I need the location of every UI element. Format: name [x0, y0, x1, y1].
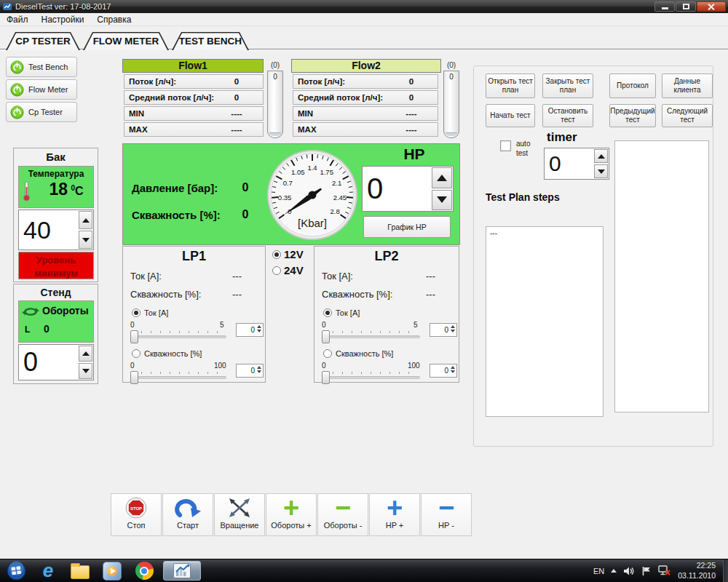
lp2-duty-slider[interactable] — [322, 376, 420, 379]
toolbar-button-label: Вращение — [221, 521, 259, 530]
tab-test-bench[interactable]: TEST BENCH — [172, 32, 249, 50]
clock[interactable]: 22:25 03.11.2010 — [678, 561, 716, 580]
lp1-current-radio[interactable]: Ток [A] — [132, 308, 168, 317]
windows-explorer-icon[interactable] — [64, 559, 96, 582]
hp-title: HP — [385, 146, 443, 163]
close-test-plan-button[interactable]: Закрыть тест план — [542, 73, 593, 98]
rotation-button[interactable]: Вращение — [214, 493, 265, 536]
slider-thumb[interactable] — [130, 330, 138, 343]
spin-up-button[interactable] — [79, 346, 92, 362]
lp1-current-slider[interactable] — [130, 335, 226, 338]
rpm-minus-button[interactable]: − Обороты - — [317, 493, 368, 536]
menu-bar: Файл Настройки Справка — [0, 13, 728, 26]
show-desktop-button[interactable] — [723, 559, 728, 582]
window-title: DieselTest ver: 17-08-2017 — [15, 2, 654, 11]
spin-up-button[interactable] — [79, 211, 92, 229]
rpm-plus-button[interactable]: + Обороты + — [266, 493, 317, 536]
gauge-tick-label: 1.05 — [291, 167, 305, 175]
tab-flow-meter[interactable]: FLOW METER — [83, 32, 169, 50]
auto-test-checkbox[interactable] — [500, 140, 511, 151]
slider-thumb[interactable] — [130, 371, 138, 384]
action-center-flag-icon[interactable] — [641, 566, 652, 576]
spin-down-button[interactable] — [594, 164, 608, 178]
row-value: ---- — [391, 109, 432, 118]
minimize-button[interactable] — [654, 1, 675, 12]
gauge-tick-label: 2.8 — [330, 207, 339, 215]
spin-up-button[interactable] — [594, 149, 608, 163]
spin-up-button[interactable] — [432, 167, 452, 188]
protocol-button[interactable]: Протокол — [609, 73, 656, 98]
client-data-button[interactable]: Данные клиента — [662, 73, 713, 98]
slider-min: 0 — [322, 321, 326, 329]
slider-thumb[interactable] — [322, 330, 330, 343]
lp1-duty-mini-spinner[interactable]: 0 — [236, 364, 264, 378]
start-button[interactable]: Старт — [162, 493, 213, 536]
lp1-duty-slider[interactable] — [130, 376, 226, 379]
next-test-button[interactable]: Следующий тест — [662, 104, 713, 127]
tab-strip: CP TESTER FLOW METER TEST BENCH — [6, 32, 252, 50]
slider-max: 100 — [214, 362, 226, 370]
duty-value: 0 — [231, 208, 260, 221]
lp2-current-mini-spinner[interactable]: 0 — [430, 323, 457, 337]
lp2-duty-mini-spinner[interactable]: 0 — [430, 364, 457, 378]
media-player-icon[interactable] — [96, 559, 128, 582]
lp2-duty-radio[interactable]: Скважность [%] — [323, 349, 393, 358]
start-test-button[interactable]: Начать тест — [486, 104, 535, 127]
test-result-list[interactable] — [614, 140, 709, 412]
tank-title: Бак — [14, 148, 98, 163]
spin-down-button[interactable] — [79, 363, 92, 379]
tank-temperature-display: Температура 18 0C — [18, 166, 94, 208]
alarm-line1: Уровень — [19, 254, 93, 267]
flow1-avg-row: Средний поток [л/ч]: 0 — [124, 90, 264, 105]
open-test-plan-button[interactable]: Открыть тест план — [486, 73, 535, 98]
menu-help[interactable]: Справка — [90, 15, 138, 25]
voltage-12v-radio[interactable]: 12V — [272, 248, 304, 260]
duty-label: Скважность [%]: — [132, 209, 221, 221]
stop-button[interactable]: STOP Стоп — [111, 493, 162, 536]
dieseltest-taskbar-button[interactable] — [163, 561, 201, 581]
lp2-current-slider[interactable] — [322, 335, 420, 338]
close-button[interactable] — [697, 1, 726, 12]
start-button-orb[interactable] — [0, 559, 32, 582]
voltage-24v-radio[interactable]: 24V — [272, 264, 304, 276]
slider-thumb[interactable] — [322, 371, 330, 384]
chrome-icon[interactable] — [128, 559, 160, 582]
flow2-header: Flow2 — [291, 59, 441, 73]
radio-label: Ток [A] — [336, 308, 360, 317]
tab-cp-tester[interactable]: CP TESTER — [6, 32, 80, 50]
hp-graph-button[interactable]: График HP — [363, 216, 451, 238]
maximize-button[interactable] — [676, 1, 696, 12]
spin-down-button[interactable] — [432, 190, 452, 211]
hp-setpoint-value[interactable]: 0 — [363, 167, 431, 211]
mini-spin-value: 0 — [250, 326, 255, 334]
play-icon — [103, 562, 122, 581]
step-item[interactable]: --- — [490, 229, 599, 237]
stand-setpoint-value[interactable]: 0 — [19, 345, 78, 380]
sidebar-button-cp-tester[interactable]: Cp Tester — [6, 102, 77, 122]
previous-test-button[interactable]: Предыдущий тест — [609, 104, 656, 127]
spin-down-button[interactable] — [79, 231, 92, 249]
volume-icon[interactable] — [623, 566, 635, 576]
timer-value[interactable]: 0 — [545, 148, 593, 179]
network-disconnected-icon[interactable] — [658, 565, 671, 576]
internet-explorer-icon[interactable]: e — [32, 559, 64, 582]
menu-settings[interactable]: Настройки — [35, 15, 91, 25]
tray-expand-icon[interactable] — [611, 569, 617, 573]
stop-test-button[interactable]: Остановить тест — [542, 104, 593, 127]
lp1-current-mini-spinner[interactable]: 0 — [236, 323, 264, 337]
hp-plus-button[interactable]: + HP + — [369, 493, 420, 536]
slider-min: 0 — [322, 362, 326, 370]
sidebar-button-test-bench[interactable]: Test Bench — [6, 57, 77, 77]
test-plan-steps-list[interactable]: --- — [486, 226, 604, 417]
gauge-tick-label: 0.7 — [283, 178, 293, 186]
menu-file[interactable]: Файл — [0, 15, 35, 25]
tank-setpoint-value[interactable]: 40 — [19, 210, 78, 250]
language-indicator[interactable]: EN — [593, 567, 604, 575]
row-label: MIN — [298, 109, 313, 118]
radio-label: Ток [A] — [144, 308, 168, 317]
sidebar-button-flow-meter[interactable]: Flow Meter — [6, 79, 77, 100]
lp1-duty-radio[interactable]: Скважность [%] — [132, 349, 202, 358]
hp-minus-button[interactable]: − HP - — [421, 493, 472, 536]
lp2-current-radio[interactable]: Ток [A] — [323, 308, 360, 317]
slider-ticks — [132, 331, 225, 333]
